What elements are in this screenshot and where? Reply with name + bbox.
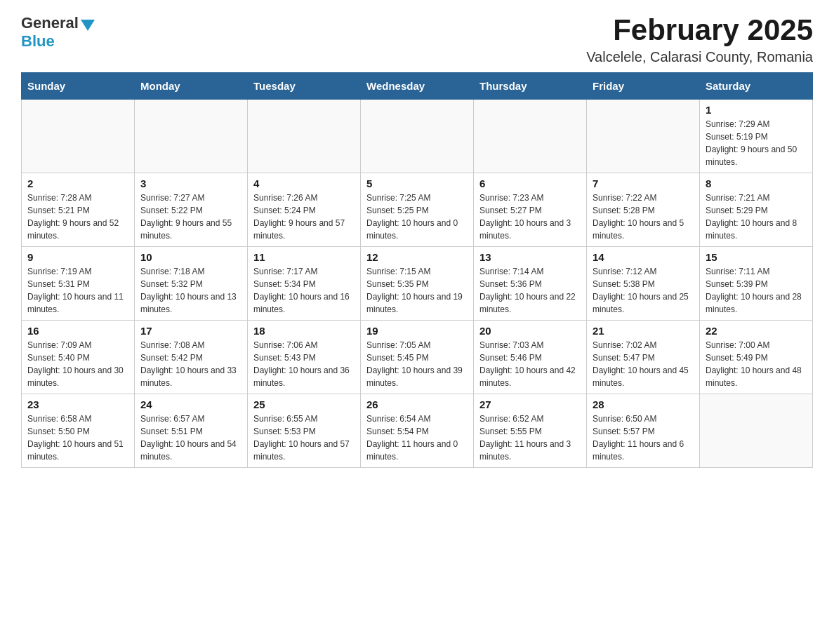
calendar-cell: 22Sunrise: 7:00 AM Sunset: 5:49 PM Dayli… — [700, 321, 813, 394]
calendar-week-row: 23Sunrise: 6:58 AM Sunset: 5:50 PM Dayli… — [22, 394, 813, 468]
day-info: Sunrise: 7:28 AM Sunset: 5:21 PM Dayligh… — [27, 192, 128, 242]
calendar-cell: 7Sunrise: 7:22 AM Sunset: 5:28 PM Daylig… — [587, 173, 700, 247]
day-info: Sunrise: 7:14 AM Sunset: 5:36 PM Dayligh… — [479, 265, 581, 316]
day-number: 24 — [140, 398, 241, 410]
calendar-cell: 25Sunrise: 6:55 AM Sunset: 5:53 PM Dayli… — [248, 394, 361, 468]
calendar-cell: 13Sunrise: 7:14 AM Sunset: 5:36 PM Dayli… — [474, 247, 587, 321]
day-number: 7 — [593, 177, 694, 189]
day-number: 2 — [27, 177, 128, 189]
day-number: 4 — [253, 177, 355, 189]
calendar-cell — [22, 100, 135, 173]
calendar-cell: 3Sunrise: 7:27 AM Sunset: 5:22 PM Daylig… — [135, 173, 248, 247]
day-info: Sunrise: 7:11 AM Sunset: 5:39 PM Dayligh… — [706, 265, 807, 316]
day-info: Sunrise: 6:50 AM Sunset: 5:57 PM Dayligh… — [593, 412, 694, 463]
day-number: 18 — [253, 325, 355, 337]
calendar-cell — [474, 100, 587, 173]
calendar-cell: 27Sunrise: 6:52 AM Sunset: 5:55 PM Dayli… — [474, 394, 587, 468]
day-number: 17 — [140, 325, 241, 337]
logo-triangle-icon — [81, 20, 95, 31]
day-info: Sunrise: 7:21 AM Sunset: 5:29 PM Dayligh… — [706, 192, 807, 242]
day-info: Sunrise: 7:22 AM Sunset: 5:28 PM Dayligh… — [593, 192, 694, 242]
calendar-subtitle: Valcelele, Calarasi County, Romania — [586, 49, 813, 65]
column-header-saturday: Saturday — [700, 73, 813, 100]
day-info: Sunrise: 7:27 AM Sunset: 5:22 PM Dayligh… — [140, 192, 241, 242]
day-info: Sunrise: 7:25 AM Sunset: 5:25 PM Dayligh… — [366, 192, 468, 242]
logo: General Blue — [21, 14, 95, 51]
calendar-cell: 19Sunrise: 7:05 AM Sunset: 5:45 PM Dayli… — [361, 321, 474, 394]
day-info: Sunrise: 7:09 AM Sunset: 5:40 PM Dayligh… — [27, 339, 128, 389]
calendar-cell: 11Sunrise: 7:17 AM Sunset: 5:34 PM Dayli… — [248, 247, 361, 321]
column-header-wednesday: Wednesday — [361, 73, 474, 100]
calendar-week-row: 1Sunrise: 7:29 AM Sunset: 5:19 PM Daylig… — [22, 100, 813, 173]
day-info: Sunrise: 7:06 AM Sunset: 5:43 PM Dayligh… — [253, 339, 355, 389]
day-info: Sunrise: 7:02 AM Sunset: 5:47 PM Dayligh… — [593, 339, 694, 389]
day-number: 22 — [706, 325, 807, 337]
calendar-cell: 1Sunrise: 7:29 AM Sunset: 5:19 PM Daylig… — [700, 100, 813, 173]
calendar-cell — [700, 394, 813, 468]
calendar-cell: 15Sunrise: 7:11 AM Sunset: 5:39 PM Dayli… — [700, 247, 813, 321]
column-header-monday: Monday — [135, 73, 248, 100]
day-info: Sunrise: 7:29 AM Sunset: 5:19 PM Dayligh… — [706, 118, 807, 168]
day-number: 5 — [366, 177, 468, 189]
calendar-table: SundayMondayTuesdayWednesdayThursdayFrid… — [21, 72, 813, 468]
calendar-cell — [135, 100, 248, 173]
page-header: General Blue February 2025 Valcelele, Ca… — [21, 14, 813, 65]
day-info: Sunrise: 6:55 AM Sunset: 5:53 PM Dayligh… — [253, 412, 355, 463]
calendar-title: February 2025 — [586, 14, 813, 46]
day-info: Sunrise: 7:12 AM Sunset: 5:38 PM Dayligh… — [593, 265, 694, 316]
day-info: Sunrise: 7:23 AM Sunset: 5:27 PM Dayligh… — [479, 192, 581, 242]
day-number: 12 — [366, 251, 468, 263]
day-info: Sunrise: 7:17 AM Sunset: 5:34 PM Dayligh… — [253, 265, 355, 316]
calendar-cell: 9Sunrise: 7:19 AM Sunset: 5:31 PM Daylig… — [22, 247, 135, 321]
day-info: Sunrise: 6:52 AM Sunset: 5:55 PM Dayligh… — [479, 412, 581, 463]
day-number: 1 — [706, 104, 807, 116]
day-number: 26 — [366, 398, 468, 410]
column-header-tuesday: Tuesday — [248, 73, 361, 100]
calendar-cell — [587, 100, 700, 173]
day-number: 9 — [27, 251, 128, 263]
calendar-cell: 16Sunrise: 7:09 AM Sunset: 5:40 PM Dayli… — [22, 321, 135, 394]
day-number: 19 — [366, 325, 468, 337]
column-header-friday: Friday — [587, 73, 700, 100]
day-number: 8 — [706, 177, 807, 189]
title-block: February 2025 Valcelele, Calarasi County… — [586, 14, 813, 65]
day-number: 6 — [479, 177, 581, 189]
day-info: Sunrise: 7:00 AM Sunset: 5:49 PM Dayligh… — [706, 339, 807, 389]
day-number: 20 — [479, 325, 581, 337]
day-info: Sunrise: 7:26 AM Sunset: 5:24 PM Dayligh… — [253, 192, 355, 242]
calendar-cell: 4Sunrise: 7:26 AM Sunset: 5:24 PM Daylig… — [248, 173, 361, 247]
day-number: 10 — [140, 251, 241, 263]
day-number: 11 — [253, 251, 355, 263]
day-number: 23 — [27, 398, 128, 410]
day-number: 3 — [140, 177, 241, 189]
calendar-cell: 20Sunrise: 7:03 AM Sunset: 5:46 PM Dayli… — [474, 321, 587, 394]
column-header-thursday: Thursday — [474, 73, 587, 100]
day-number: 27 — [479, 398, 581, 410]
day-number: 14 — [593, 251, 694, 263]
day-info: Sunrise: 6:58 AM Sunset: 5:50 PM Dayligh… — [27, 412, 128, 463]
calendar-week-row: 2Sunrise: 7:28 AM Sunset: 5:21 PM Daylig… — [22, 173, 813, 247]
calendar-week-row: 9Sunrise: 7:19 AM Sunset: 5:31 PM Daylig… — [22, 247, 813, 321]
day-info: Sunrise: 7:19 AM Sunset: 5:31 PM Dayligh… — [27, 265, 128, 316]
calendar-cell: 17Sunrise: 7:08 AM Sunset: 5:42 PM Dayli… — [135, 321, 248, 394]
calendar-cell: 14Sunrise: 7:12 AM Sunset: 5:38 PM Dayli… — [587, 247, 700, 321]
day-number: 21 — [593, 325, 694, 337]
day-info: Sunrise: 7:05 AM Sunset: 5:45 PM Dayligh… — [366, 339, 468, 389]
day-number: 16 — [27, 325, 128, 337]
day-info: Sunrise: 7:08 AM Sunset: 5:42 PM Dayligh… — [140, 339, 241, 389]
calendar-cell: 26Sunrise: 6:54 AM Sunset: 5:54 PM Dayli… — [361, 394, 474, 468]
calendar-cell: 18Sunrise: 7:06 AM Sunset: 5:43 PM Dayli… — [248, 321, 361, 394]
column-header-sunday: Sunday — [22, 73, 135, 100]
calendar-cell — [361, 100, 474, 173]
calendar-cell: 28Sunrise: 6:50 AM Sunset: 5:57 PM Dayli… — [587, 394, 700, 468]
calendar-header-row: SundayMondayTuesdayWednesdayThursdayFrid… — [22, 73, 813, 100]
day-info: Sunrise: 7:18 AM Sunset: 5:32 PM Dayligh… — [140, 265, 241, 316]
day-number: 15 — [706, 251, 807, 263]
calendar-cell: 2Sunrise: 7:28 AM Sunset: 5:21 PM Daylig… — [22, 173, 135, 247]
calendar-cell: 8Sunrise: 7:21 AM Sunset: 5:29 PM Daylig… — [700, 173, 813, 247]
day-number: 13 — [479, 251, 581, 263]
day-info: Sunrise: 7:03 AM Sunset: 5:46 PM Dayligh… — [479, 339, 581, 389]
calendar-cell: 12Sunrise: 7:15 AM Sunset: 5:35 PM Dayli… — [361, 247, 474, 321]
calendar-cell: 6Sunrise: 7:23 AM Sunset: 5:27 PM Daylig… — [474, 173, 587, 247]
day-number: 28 — [593, 398, 694, 410]
